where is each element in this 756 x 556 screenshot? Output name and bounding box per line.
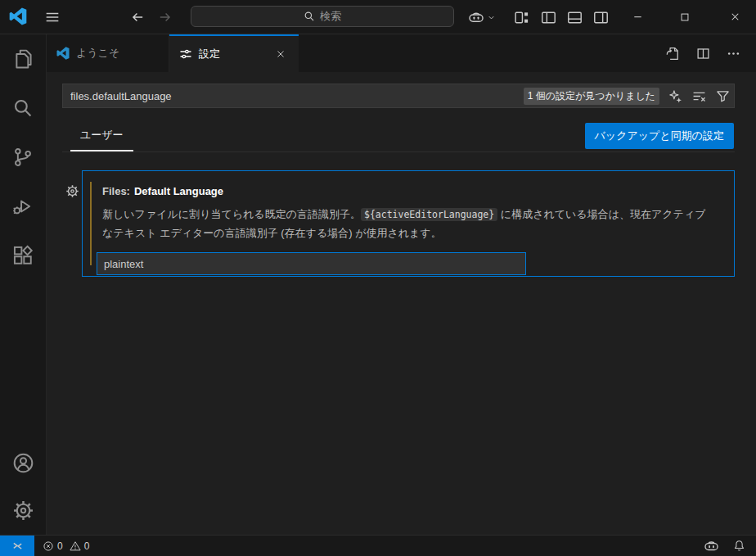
ai-search-sparkle-icon[interactable] — [667, 88, 683, 104]
setting-description: 新しいファイルに割り当てられる既定の言語識別子。${activeEditorLa… — [102, 206, 713, 242]
account-icon[interactable] — [0, 443, 46, 482]
window-close-button[interactable] — [713, 0, 756, 34]
copilot-status-icon[interactable] — [704, 540, 719, 552]
scope-tab-user[interactable]: ユーザー — [70, 128, 133, 151]
toggle-secondary-sidebar-button[interactable] — [592, 10, 609, 25]
warning-count: 0 — [84, 540, 90, 552]
window-minimize-button[interactable] — [619, 0, 656, 34]
title-bar: 検索 — [0, 0, 756, 34]
settings-search-bar: 1 個の設定が見つかりました — [62, 84, 735, 108]
error-count: 0 — [57, 540, 63, 552]
setting-item-files-default-language[interactable]: Files:Default Language 新しいファイルに割り当てられる既定… — [82, 170, 735, 277]
forward-button[interactable] — [157, 10, 173, 25]
description-text: 新しいファイルに割り当てられる既定の言語識別子。 — [102, 208, 361, 220]
activity-bar — [0, 34, 47, 535]
settings-scope-row: ユーザー バックアップと同期の設定 — [62, 120, 735, 152]
activity-source-control-icon[interactable] — [0, 138, 46, 177]
tab-label: 設定 — [199, 47, 220, 61]
setting-title: Files:Default Language — [102, 185, 223, 197]
open-settings-json-icon[interactable] — [665, 46, 680, 61]
activity-extensions-icon[interactable] — [0, 236, 46, 275]
vscode-logo-icon — [9, 7, 27, 25]
more-actions-icon[interactable] — [726, 46, 740, 61]
search-placeholder: 検索 — [320, 9, 341, 24]
copilot-menu-button[interactable] — [464, 7, 500, 27]
vscode-logo-icon — [56, 47, 70, 60]
window-maximize-button[interactable] — [666, 0, 704, 34]
remote-icon — [11, 540, 24, 552]
settings-count-badge: 1 個の設定が見つかりました — [524, 88, 659, 105]
activity-explorer-icon[interactable] — [0, 39, 46, 79]
toggle-primary-sidebar-button[interactable] — [540, 10, 556, 25]
editor-tab-bar: ようこそ 設定 — [47, 34, 756, 72]
settings-editor: 1 個の設定が見つかりました ユーザー バックアップと同期の設定 Files:D… — [47, 72, 756, 535]
activity-search-icon[interactable] — [0, 88, 46, 128]
manage-gear-icon[interactable] — [0, 490, 46, 530]
setting-category: Files: — [102, 185, 130, 197]
description-code: ${activeEditorLanguage} — [361, 208, 497, 221]
copilot-icon — [468, 11, 484, 24]
split-editor-icon[interactable] — [695, 46, 710, 61]
tab-welcome[interactable]: ようこそ — [47, 34, 169, 72]
modified-indicator — [90, 182, 92, 265]
error-icon — [43, 540, 54, 552]
warning-icon — [70, 540, 81, 552]
customize-layout-button[interactable] — [513, 10, 529, 25]
status-bar-right — [704, 540, 745, 552]
activity-run-debug-icon[interactable] — [0, 187, 46, 226]
status-bar: 0 0 — [0, 535, 756, 556]
chevron-down-icon — [487, 13, 496, 22]
menu-button[interactable] — [41, 9, 64, 25]
tab-label: ようこそ — [76, 46, 119, 61]
search-icon — [304, 11, 315, 22]
default-language-value-input[interactable] — [97, 252, 526, 275]
backup-sync-settings-button[interactable]: バックアップと同期の設定 — [585, 123, 734, 149]
command-center-search[interactable]: 検索 — [191, 6, 454, 27]
problems-status[interactable]: 0 0 — [43, 540, 92, 552]
setting-label: Default Language — [134, 185, 223, 197]
tab-settings[interactable]: 設定 — [169, 34, 299, 72]
filter-funnel-icon[interactable] — [714, 88, 731, 104]
tab-close-icon[interactable] — [272, 46, 289, 62]
toggle-panel-button[interactable] — [566, 10, 583, 25]
back-button[interactable] — [129, 10, 146, 25]
setting-edit-gear-icon[interactable] — [65, 183, 79, 198]
remote-indicator[interactable] — [0, 536, 34, 556]
settings-sliders-icon — [179, 47, 192, 61]
notifications-bell-icon[interactable] — [733, 540, 745, 552]
clear-filters-icon[interactable] — [691, 88, 707, 104]
editor-actions — [665, 34, 756, 72]
